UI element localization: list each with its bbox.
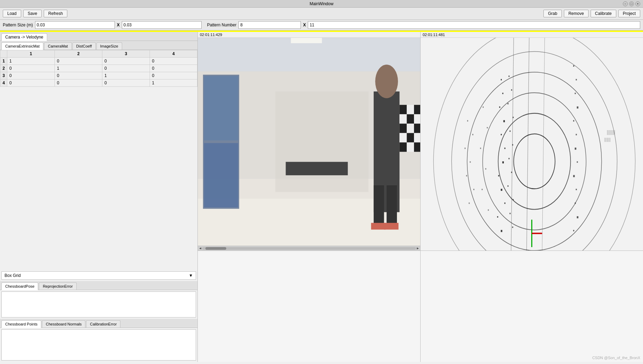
- svg-rect-48: [502, 161, 504, 163]
- tab-dist-coeff[interactable]: DistCoeff: [73, 42, 96, 50]
- svg-rect-17: [399, 105, 407, 114]
- svg-rect-95: [488, 209, 489, 211]
- window-title: MainWindow: [310, 1, 333, 6]
- cell-3-3: 1: [102, 72, 150, 79]
- pattern-number-y-input[interactable]: [308, 21, 640, 29]
- camera-image-panel: 02:01:11:429: [198, 32, 421, 251]
- svg-rect-27: [407, 133, 414, 142]
- tab-calibration-error[interactable]: CalibrationError: [86, 320, 120, 328]
- tab-chessboard-points[interactable]: Chessboard Points: [1, 320, 41, 328]
- nav-tab-section: Camera -> Velodyne: [0, 32, 197, 41]
- camera-scrollbar-h[interactable]: ◀ ▶: [198, 246, 420, 251]
- table-row: 4 0 0 0 1: [0, 79, 197, 87]
- camera-image-area[interactable]: [198, 38, 420, 246]
- tab-image-size[interactable]: ImageSize: [96, 42, 122, 50]
- svg-rect-30: [407, 142, 414, 152]
- pattern-size-y-input[interactable]: [122, 21, 202, 29]
- svg-rect-21: [407, 114, 414, 124]
- lidar-image-area[interactable]: ||||||||| ||||||||: [421, 38, 643, 251]
- toolbar: Load Save Refresh Grab Remove Calibrate …: [0, 8, 643, 20]
- svg-text:|||||||||: |||||||||: [607, 129, 615, 135]
- row-num: 3: [0, 72, 7, 79]
- matrix-tab-group: CameraExtrinsicMat CameraMat DistCoeff I…: [0, 41, 197, 50]
- svg-rect-87: [466, 175, 467, 176]
- svg-rect-8: [276, 92, 369, 192]
- lidar-svg: ||||||||| ||||||||: [421, 38, 643, 251]
- cell-2-1: 0: [7, 65, 55, 72]
- svg-rect-57: [513, 117, 514, 118]
- calibrate-button[interactable]: Calibrate: [591, 10, 616, 17]
- svg-rect-72: [575, 147, 576, 150]
- box-grid-label: Box Grid: [5, 273, 21, 278]
- svg-rect-42: [501, 79, 502, 81]
- svg-rect-65: [512, 227, 513, 228]
- svg-rect-24: [407, 124, 414, 133]
- pattern-number-x-input[interactable]: [238, 21, 301, 29]
- pattern-size-x-input[interactable]: [35, 21, 115, 29]
- scroll-thumb[interactable]: [205, 247, 226, 250]
- close-button[interactable]: ×: [635, 1, 640, 6]
- svg-rect-56: [507, 103, 508, 104]
- tab-camera-mat[interactable]: CameraMat: [44, 42, 71, 50]
- svg-rect-94: [482, 189, 483, 190]
- svg-rect-66: [573, 65, 574, 67]
- maximize-button[interactable]: □: [629, 1, 634, 6]
- svg-rect-75: [576, 189, 577, 190]
- scroll-right-arrow[interactable]: ▶: [416, 247, 420, 250]
- refresh-button[interactable]: Refresh: [44, 10, 67, 17]
- svg-rect-14: [371, 223, 386, 229]
- chessboard-content-area: [1, 329, 196, 361]
- cell-1-2: 0: [55, 58, 102, 65]
- svg-rect-89: [469, 203, 470, 204]
- cell-4-2: 0: [55, 79, 102, 87]
- lower-right-panel: CSDN @Son_of_the_BronX: [421, 251, 643, 362]
- upper-image-row: 02:01:11:429: [198, 32, 643, 251]
- svg-rect-59: [512, 144, 513, 146]
- svg-rect-26: [399, 133, 407, 142]
- svg-rect-73: [577, 161, 578, 163]
- minimize-button[interactable]: −: [623, 1, 628, 6]
- svg-rect-64: [509, 213, 510, 214]
- project-button[interactable]: Project: [618, 10, 640, 17]
- svg-rect-43: [502, 93, 504, 94]
- svg-rect-62: [507, 185, 508, 187]
- svg-rect-60: [508, 158, 509, 159]
- svg-text:||||||||: ||||||||: [604, 137, 611, 142]
- svg-rect-10: [291, 38, 322, 43]
- cell-2-3: 0: [102, 65, 150, 72]
- svg-rect-61: [511, 172, 512, 173]
- tab-chessboard-normals[interactable]: Chessboard Normals: [42, 320, 85, 328]
- svg-rect-83: [467, 120, 468, 121]
- matrix-col-2: 2: [55, 50, 102, 58]
- svg-rect-18: [407, 105, 414, 114]
- remove-button[interactable]: Remove: [564, 10, 589, 17]
- nav-tab-camera-velodyne[interactable]: Camera -> Velodyne: [1, 33, 47, 41]
- lower-image-row: CSDN @Son_of_the_BronX: [198, 251, 643, 362]
- svg-rect-15: [384, 223, 399, 229]
- tab-chessboard-pose[interactable]: ChessboardPose: [1, 282, 38, 290]
- svg-rect-86: [470, 161, 471, 163]
- matrix-table: 1 2 3 4 1 1 0 0 0 2: [0, 50, 197, 87]
- svg-rect-78: [573, 230, 574, 231]
- cell-1-4: 0: [150, 58, 197, 65]
- matrix-col-1: 1: [7, 50, 55, 58]
- cell-4-4: 1: [150, 79, 197, 87]
- watermark-text: CSDN @Son_of_the_BronX: [592, 356, 640, 360]
- load-button[interactable]: Load: [3, 10, 21, 17]
- scroll-left-arrow[interactable]: ◀: [198, 247, 202, 250]
- pose-tab-group: ChessboardPose ReprojectionError: [0, 281, 197, 290]
- pose-content-area: [1, 291, 196, 318]
- svg-rect-55: [511, 89, 512, 91]
- scroll-track[interactable]: [202, 247, 416, 250]
- corridor-svg: [198, 38, 420, 246]
- toolbar-right: Grab Remove Calibrate Project: [543, 10, 640, 17]
- tab-camera-extrinsic-mat[interactable]: CameraExtrinsicMat: [1, 42, 43, 50]
- right-panels: 02:01:11:429: [198, 32, 643, 362]
- box-grid-dropdown[interactable]: Box Grid ▼: [1, 271, 196, 280]
- row-num: 4: [0, 79, 7, 87]
- save-button[interactable]: Save: [23, 10, 42, 17]
- left-panel: Camera -> Velodyne CameraExtrinsicMat Ca…: [0, 32, 198, 362]
- cell-4-3: 0: [102, 79, 150, 87]
- grab-button[interactable]: Grab: [543, 10, 562, 17]
- tab-reprojection-error[interactable]: ReprojectionError: [39, 282, 76, 290]
